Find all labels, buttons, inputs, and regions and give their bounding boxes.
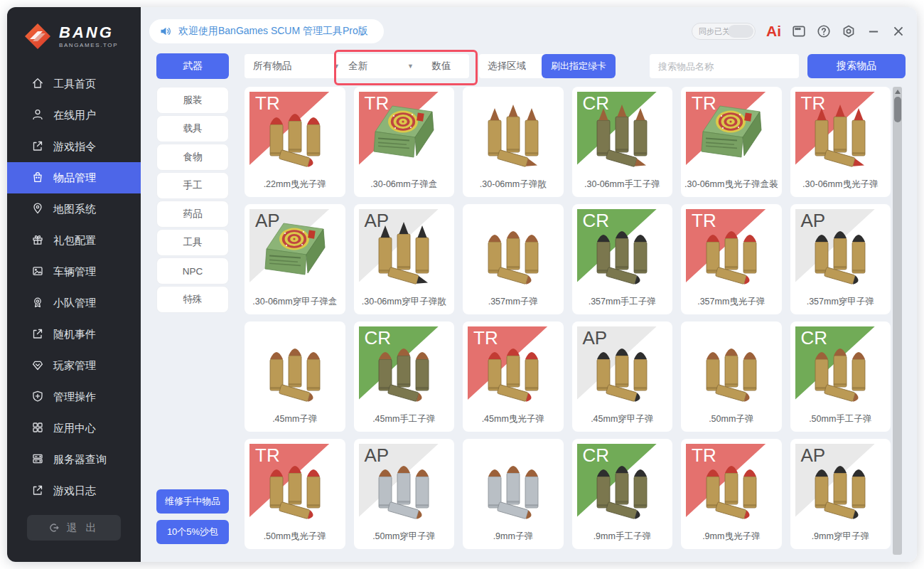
item-name: .45mm子弹 — [245, 413, 345, 425]
category-item[interactable]: 载具 — [156, 115, 229, 142]
item-card[interactable]: CR .357mm手工子弹 — [572, 204, 673, 314]
category-item[interactable]: 工具 — [156, 229, 229, 256]
item-card[interactable]: AP .357mm穿甲子弹 — [790, 204, 891, 314]
item-card[interactable]: AP .50mm穿甲子弹 — [354, 439, 455, 549]
sidebar-item-9[interactable]: 随机事件 — [7, 319, 141, 350]
vertical-scrollbar[interactable] — [893, 87, 902, 555]
window-panel-icon[interactable] — [792, 24, 806, 38]
item-card[interactable]: TR .357mm曳光子弹 — [681, 204, 782, 314]
item-card[interactable]: .50mm子弹 — [681, 321, 782, 432]
item-image — [468, 92, 559, 171]
category-item[interactable]: 手工 — [156, 172, 229, 199]
sidebar-item-14[interactable]: 游戏日志 — [7, 475, 141, 506]
command-icon — [31, 327, 44, 342]
item-card[interactable]: AP .9mm穿甲子弹 — [790, 439, 891, 549]
scroll-up-arrow-icon[interactable] — [895, 90, 901, 94]
welcome-text: 欢迎使用BanGames SCUM 管理工具Pro版 — [178, 25, 368, 38]
sidebar-item-6[interactable]: 礼包配置 — [7, 225, 141, 256]
item-name: .357mm穿甲子弹 — [790, 296, 891, 308]
bullets-icon — [359, 209, 450, 289]
item-name: .9mm子弹 — [463, 531, 564, 543]
spawn-greencard-button[interactable]: 刷出指定绿卡 — [542, 54, 616, 78]
ai-button[interactable]: Ai — [766, 23, 781, 40]
item-card[interactable]: TR .22mm曳光子弹 — [245, 87, 345, 197]
item-card[interactable]: AP .45mm穿甲子弹 — [572, 321, 673, 432]
window-controls: 同步已关 Ai — [692, 23, 906, 40]
sidebar-item-5[interactable]: 地图系统 — [7, 193, 141, 225]
bangames-logo: BANG BANGAMES.TOP — [7, 7, 141, 60]
item-image: AP — [359, 209, 450, 289]
bullets-icon — [359, 326, 450, 406]
speaker-icon — [159, 25, 172, 38]
item-card[interactable]: TR .30-06mm曳光子弹盒装 — [681, 87, 782, 197]
item-card[interactable]: CR .30-06mm手工子弹 — [572, 87, 673, 197]
chevron-down-icon: ▼ — [326, 63, 340, 70]
item-card[interactable]: TR .30-06mm子弹盒 — [354, 87, 455, 197]
category-item[interactable]: 服装 — [156, 87, 229, 114]
item-name: .50mm曳光子弹 — [245, 531, 345, 543]
item-card[interactable]: .30-06mm子弹散 — [463, 87, 564, 197]
help-icon[interactable] — [817, 24, 831, 38]
scrollbar-thumb[interactable] — [894, 97, 901, 122]
repair-hand-item-button[interactable]: 维修手中物品 — [156, 489, 229, 514]
bullets-icon — [468, 209, 559, 289]
item-image — [686, 326, 777, 406]
item-card[interactable]: AP .30-06mm穿甲子弹盒 — [245, 204, 345, 314]
category-item[interactable]: NPC — [156, 257, 229, 284]
ammo-box-icon — [249, 209, 340, 289]
item-card[interactable]: CR .50mm手工子弹 — [790, 321, 891, 432]
item-name: .50mm穿甲子弹 — [354, 531, 455, 543]
region-select-value: 选择区域 — [488, 60, 526, 73]
item-name: .50mm手工子弹 — [790, 413, 891, 425]
settings-gear-icon[interactable] — [842, 24, 856, 38]
sidebar-item-11[interactable]: 管理操作 — [7, 381, 141, 413]
sync-toggle[interactable]: 同步已关 — [692, 23, 756, 40]
all-items-select[interactable]: 所有物品 ▼ — [245, 54, 347, 78]
item-name: .45mm曳光子弹 — [463, 413, 564, 425]
logo-title: BANG — [59, 25, 118, 41]
item-card[interactable]: CR .45mm手工子弹 — [354, 321, 455, 432]
item-card[interactable]: TR .30-06mm曳光子弹 — [790, 87, 891, 197]
item-card[interactable]: CR .9mm手工子弹 — [572, 439, 673, 549]
value-button[interactable]: 数值 — [414, 54, 469, 78]
item-image: CR — [359, 326, 450, 406]
item-card[interactable]: .357mm子弹 — [463, 204, 564, 314]
item-name: .30-06mm曳光子弹 — [790, 179, 891, 191]
item-card[interactable]: AP .30-06mm穿甲子弹散 — [354, 204, 455, 314]
logout-button[interactable]: 退 出 — [27, 515, 121, 541]
sidebar-item-8[interactable]: 小队管理 — [7, 287, 141, 319]
condition-select[interactable]: 全新 ▼ — [340, 54, 421, 78]
category-weapons-selected[interactable]: 武器 — [156, 53, 229, 79]
sidebar-item-10[interactable]: 玩家管理 — [7, 350, 141, 381]
search-input[interactable] — [650, 54, 799, 78]
item-card[interactable]: TR .9mm曳光子弹 — [681, 439, 782, 549]
item-card[interactable]: .9mm子弹 — [463, 439, 564, 549]
category-item[interactable]: 药品 — [156, 201, 229, 228]
sidebar-item-label: 游戏日志 — [53, 484, 96, 498]
sidebar-item-13[interactable]: 服务器查询 — [7, 444, 141, 475]
item-image: AP — [577, 326, 668, 406]
home-icon — [31, 77, 44, 92]
sidebar-item-12[interactable]: 应用中心 — [7, 413, 141, 444]
item-card[interactable]: TR .45mm曳光子弹 — [463, 321, 564, 432]
sidebar-item-7[interactable]: 车辆管理 — [7, 256, 141, 287]
sidebar-item-label: 玩家管理 — [53, 359, 96, 373]
close-icon[interactable] — [891, 24, 906, 38]
search-button[interactable]: 搜索物品 — [807, 54, 906, 78]
sidebar-item-4[interactable]: 物品管理 — [7, 162, 141, 193]
sidebar-item-2[interactable]: 在线用户 — [7, 100, 141, 131]
sidebar-item-label: 应用中心 — [53, 422, 96, 435]
item-card[interactable]: .45mm子弹 — [245, 321, 345, 432]
sidebar-item-1[interactable]: 工具首页 — [7, 68, 141, 100]
main-area: 欢迎使用BanGames SCUM 管理工具Pro版 同步已关 Ai — [141, 7, 917, 562]
item-image: TR — [686, 92, 777, 171]
item-card[interactable]: TR .50mm曳光子弹 — [245, 439, 345, 549]
category-item[interactable]: 食物 — [156, 144, 229, 171]
sandbag-button[interactable]: 10个5%沙包 — [156, 520, 229, 544]
item-image: AP — [359, 444, 450, 523]
minimize-icon[interactable] — [866, 24, 881, 38]
item-image — [468, 444, 559, 523]
bag-icon — [31, 171, 44, 186]
category-item[interactable]: 特殊 — [156, 286, 229, 313]
sidebar-item-3[interactable]: 游戏指令 — [7, 131, 141, 162]
